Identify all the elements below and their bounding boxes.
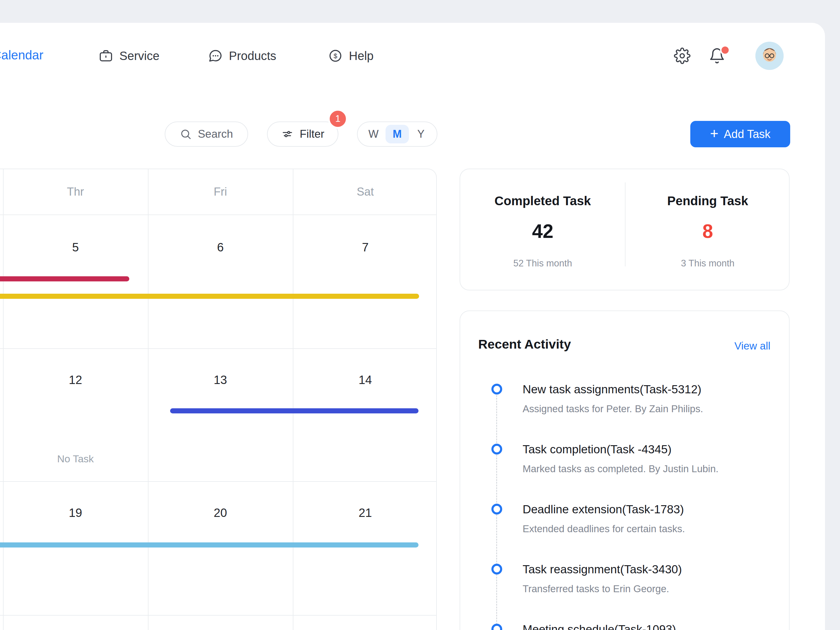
- add-task-label: Add Task: [724, 128, 771, 141]
- recent-activity-title: Recent Activity: [478, 337, 571, 352]
- nav-item-service[interactable]: Service: [98, 45, 159, 66]
- day-header-sat: Sat: [293, 169, 437, 215]
- view-option-week[interactable]: W: [362, 125, 385, 144]
- chat-bubble-icon: [208, 48, 223, 63]
- activity-item[interactable]: Deadline extension(Task-1783) Extended d…: [491, 502, 772, 562]
- activity-item[interactable]: Meeting schedule(Task-1093): [491, 622, 772, 630]
- activity-timeline: New task assignments(Task-5312) Assigned…: [491, 382, 772, 630]
- completed-task-stat: Completed Task 42 52 This month: [460, 169, 625, 290]
- page: Calendar Service Products $ Help: [0, 0, 840, 630]
- nav-item-label: Help: [349, 49, 374, 63]
- nav-item-label: Service: [119, 49, 159, 63]
- task-stats-card: Completed Task 42 52 This month Pending …: [459, 169, 789, 291]
- date-cell[interactable]: 14: [293, 373, 437, 387]
- row-divider: [0, 348, 436, 349]
- pending-task-stat: Pending Task 8 3 This month: [625, 169, 790, 290]
- add-task-button[interactable]: + Add Task: [690, 121, 790, 147]
- date-cell[interactable]: 5: [3, 241, 148, 254]
- search-label: Search: [198, 128, 233, 141]
- day-header-thr: Thr: [3, 169, 148, 215]
- activity-item[interactable]: New task assignments(Task-5312) Assigned…: [491, 382, 772, 442]
- svg-text:$: $: [333, 52, 337, 60]
- notifications-button[interactable]: [709, 47, 725, 64]
- filter-button[interactable]: Filter: [267, 122, 338, 147]
- yellow-event-bar[interactable]: [0, 294, 419, 299]
- view-option-year[interactable]: Y: [409, 125, 433, 144]
- nav-item-help[interactable]: $ Help: [328, 45, 374, 66]
- sky-event-bar[interactable]: [0, 542, 418, 548]
- date-cell[interactable]: 21: [293, 506, 437, 519]
- pending-task-value: 8: [625, 220, 790, 242]
- row-divider: [0, 615, 436, 616]
- date-cell[interactable]: 19: [3, 506, 148, 519]
- circle-outline-icon: [491, 564, 502, 575]
- activity-item[interactable]: Task completion(Task -4345) Marked tasks…: [491, 442, 772, 502]
- activity-item-title: Meeting schedule(Task-1093): [523, 622, 772, 630]
- completed-task-title: Completed Task: [460, 194, 625, 208]
- circle-outline-icon: [491, 624, 502, 630]
- row-divider: [0, 481, 436, 482]
- briefcase-icon: [98, 48, 114, 63]
- activity-item-description: Marked tasks as completed. By Justin Lub…: [523, 463, 772, 475]
- blue-event-bar[interactable]: [170, 408, 418, 414]
- activity-item-description: Transferred tasks to Erin George.: [523, 583, 772, 595]
- no-task-label: No Task: [3, 453, 148, 465]
- activity-item-description: Extended deadlines for certain tasks.: [523, 523, 772, 535]
- date-cell[interactable]: 12: [3, 373, 148, 387]
- column-divider: [293, 169, 294, 630]
- activity-item-title: New task assignments(Task-5312): [523, 382, 772, 396]
- view-all-link[interactable]: View all: [734, 340, 771, 352]
- avatar[interactable]: [755, 42, 783, 70]
- circle-outline-icon: [491, 444, 502, 455]
- activity-item-title: Deadline extension(Task-1783): [523, 502, 772, 516]
- pending-task-subtitle: 3 This month: [625, 258, 790, 269]
- settings-button[interactable]: [674, 47, 691, 64]
- date-cell[interactable]: 13: [148, 373, 293, 387]
- date-cell[interactable]: 20: [148, 506, 293, 519]
- view-option-month[interactable]: M: [385, 125, 409, 144]
- date-cell[interactable]: 7: [293, 241, 437, 254]
- view-switcher: W M Y: [357, 122, 437, 147]
- nav-item-calendar[interactable]: Calendar: [0, 48, 43, 62]
- circle-outline-icon: [491, 384, 502, 395]
- filter-label: Filter: [300, 128, 324, 141]
- plus-icon: +: [710, 125, 718, 142]
- pending-task-title: Pending Task: [625, 194, 790, 208]
- activity-item-description: Assigned tasks for Peter. By Zain Philip…: [523, 403, 772, 415]
- column-divider: [148, 169, 148, 630]
- day-header-fri: Fri: [148, 169, 293, 215]
- red-event-bar[interactable]: [0, 276, 129, 281]
- date-cell[interactable]: 6: [148, 241, 293, 254]
- magnifier-icon: [180, 128, 192, 140]
- notification-dot: [720, 45, 730, 55]
- circle-outline-icon: [491, 504, 502, 515]
- completed-task-value: 42: [460, 220, 625, 242]
- nav-item-products[interactable]: Products: [208, 45, 276, 66]
- dollar-circle-icon: $: [328, 48, 343, 63]
- completed-task-subtitle: 52 This month: [460, 258, 625, 269]
- activity-item[interactable]: Task reassignment(Task-3430) Transferred…: [491, 562, 772, 622]
- recent-activity-card: Recent Activity View all New task assign…: [459, 311, 789, 630]
- gear-icon: [674, 47, 691, 64]
- filter-badge: 1: [328, 109, 348, 129]
- activity-item-title: Task reassignment(Task-3430): [523, 562, 772, 576]
- calendar-grid: Thr Fri Sat 5 6 7 12 13 14 19 20 21 No T…: [0, 169, 437, 630]
- filter-lines-icon: [281, 128, 294, 141]
- avatar-face: [755, 42, 783, 70]
- search-button[interactable]: Search: [165, 122, 248, 147]
- column-divider: [3, 169, 3, 630]
- activity-item-title: Task completion(Task -4345): [523, 442, 772, 456]
- row-divider: [0, 215, 436, 215]
- nav-item-label: Products: [229, 49, 276, 63]
